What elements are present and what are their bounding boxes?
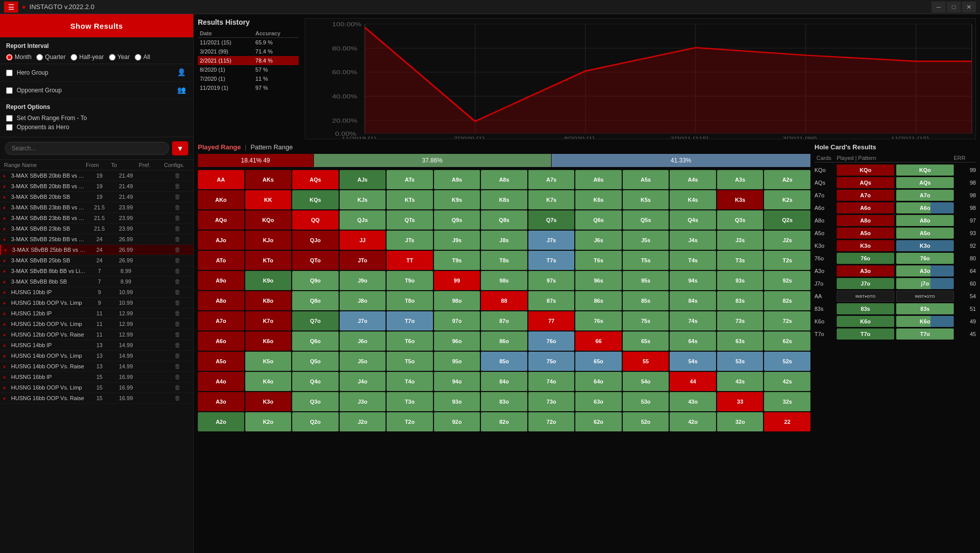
poker-cell[interactable]: Q3s — [717, 210, 764, 230]
show-results-button[interactable]: Show Results — [0, 14, 193, 37]
history-row[interactable]: 7/2020 (1)11 % — [198, 74, 299, 83]
poker-cell[interactable]: K7o — [245, 311, 292, 330]
range-delete-button[interactable]: 🗑 — [165, 204, 190, 211]
poker-cell[interactable]: 92o — [434, 412, 480, 431]
poker-cell[interactable]: 64o — [575, 372, 622, 391]
poker-cell[interactable]: J6s — [575, 231, 622, 250]
poker-cell[interactable]: Q2o — [292, 412, 339, 431]
poker-cell[interactable]: 82s — [764, 291, 810, 310]
poker-cell[interactable]: Q7o — [292, 311, 339, 330]
poker-cell[interactable]: A6s — [575, 170, 622, 189]
poker-cell[interactable]: K5s — [623, 190, 669, 209]
range-delete-button[interactable]: 🗑 — [165, 236, 190, 243]
poker-cell[interactable]: Q9s — [434, 210, 480, 230]
poker-cell[interactable]: 33 — [717, 392, 764, 411]
poker-cell[interactable]: A5o — [198, 352, 244, 371]
history-row[interactable]: 11/2021 (15)65.9 % — [198, 38, 299, 47]
poker-cell[interactable]: 76s — [575, 311, 622, 330]
poker-cell[interactable]: JJ — [340, 231, 386, 250]
poker-cell[interactable]: Q8o — [292, 291, 339, 310]
poker-cell[interactable]: KJs — [340, 190, 386, 209]
poker-cell[interactable]: 65s — [623, 331, 669, 351]
poker-cell[interactable]: K2s — [764, 190, 810, 209]
poker-cell[interactable]: J2s — [764, 231, 810, 250]
poker-cell[interactable]: Q6o — [292, 331, 339, 351]
history-row[interactable]: 11/2019 (1)97 % — [198, 83, 299, 92]
poker-cell[interactable]: 96s — [575, 271, 622, 290]
poker-cell[interactable]: A6o — [198, 331, 244, 351]
poker-cell[interactable]: Q7s — [528, 210, 575, 230]
poker-cell[interactable]: 85s — [623, 291, 669, 310]
poker-cell[interactable]: 83o — [481, 392, 527, 411]
poker-cell[interactable]: 99 — [434, 271, 480, 290]
poker-cell[interactable]: Q4o — [292, 372, 339, 391]
poker-cell[interactable]: T5s — [623, 251, 669, 270]
radio-halfyear[interactable]: Half-year — [71, 53, 104, 61]
poker-cell[interactable]: J5s — [623, 231, 669, 250]
range-delete-button[interactable]: 🗑 — [165, 299, 190, 306]
range-item[interactable]: ♦ 3-MAX SBvBB 8bb BB vs Limp 7 8.99 🗑 — [0, 266, 193, 276]
range-item[interactable]: ♦ 3-MAX SBvBB 8bb SB 7 8.99 🗑 — [0, 276, 193, 287]
poker-cell[interactable]: 75o — [528, 352, 575, 371]
close-button[interactable]: ✕ — [962, 2, 976, 13]
opponent-group-checkbox[interactable] — [6, 87, 13, 94]
poker-cell[interactable]: K3o — [245, 392, 292, 411]
poker-cell[interactable]: T8s — [481, 251, 527, 270]
poker-cell[interactable]: T4s — [670, 251, 716, 270]
range-item[interactable]: ♦ HUSNG 16bb OOP Vs. Limp 15 16.99 🗑 — [0, 382, 193, 393]
poker-cell[interactable]: 87s — [528, 291, 575, 310]
poker-cell[interactable]: T2s — [764, 251, 810, 270]
poker-cell[interactable]: 66 — [575, 331, 622, 351]
poker-cell[interactable]: K8s — [481, 190, 527, 209]
poker-cell[interactable]: T6o — [387, 331, 433, 351]
poker-cell[interactable]: 88 — [481, 291, 527, 310]
poker-cell[interactable]: AA — [198, 170, 244, 189]
poker-cell[interactable]: T3o — [387, 392, 433, 411]
range-delete-button[interactable]: 🗑 — [165, 373, 190, 380]
filter-button[interactable]: ▼ — [172, 141, 188, 155]
poker-cell[interactable]: 55 — [623, 352, 669, 371]
range-item[interactable]: ♦ 3-MAX SBvBB 25bb BB vs Raise 24 26.99 … — [0, 245, 193, 255]
range-delete-button[interactable]: 🗑 — [165, 384, 190, 391]
poker-cell[interactable]: 63o — [575, 392, 622, 411]
range-delete-button[interactable]: 🗑 — [165, 352, 190, 359]
poker-cell[interactable]: 84s — [670, 291, 716, 310]
range-delete-button[interactable]: 🗑 — [165, 225, 190, 232]
poker-cell[interactable]: T8o — [387, 291, 433, 310]
poker-cell[interactable]: KQs — [292, 190, 339, 209]
poker-cell[interactable]: T5o — [387, 352, 433, 371]
minimize-button[interactable]: ─ — [932, 2, 946, 13]
poker-cell[interactable]: 74o — [528, 372, 575, 391]
poker-cell[interactable]: 53s — [717, 352, 764, 371]
poker-cell[interactable]: J6o — [340, 331, 386, 351]
range-item[interactable]: ♦ HUSNG 12bb OOP Vs. Limp 11 12.99 🗑 — [0, 319, 193, 329]
poker-cell[interactable]: K4o — [245, 372, 292, 391]
poker-cell[interactable]: T7o — [387, 311, 433, 330]
poker-cell[interactable]: 93s — [717, 271, 764, 290]
poker-cell[interactable]: 43s — [717, 372, 764, 391]
poker-cell[interactable]: J4o — [340, 372, 386, 391]
range-item[interactable]: ♦ 3-MAX SBvBB 20bb BB vs Limp 19 21.49 🗑 — [0, 171, 193, 181]
poker-cell[interactable]: TT — [387, 251, 433, 270]
range-item[interactable]: ♦ HUSNG 16bb OOP Vs. Raise 15 16.99 🗑 — [0, 393, 193, 404]
poker-cell[interactable]: J8o — [340, 291, 386, 310]
poker-cell[interactable]: 86s — [575, 291, 622, 310]
poker-cell[interactable]: KTs — [387, 190, 433, 209]
hero-group-icon[interactable]: 👤 — [177, 68, 187, 77]
poker-cell[interactable]: KJo — [245, 231, 292, 250]
radio-year[interactable]: Year — [109, 53, 130, 61]
poker-cell[interactable]: 62s — [764, 331, 810, 351]
poker-cell[interactable]: Q2s — [764, 210, 810, 230]
range-item[interactable]: ♦ HUSNG 14bb IP 13 14.99 🗑 — [0, 340, 193, 351]
poker-cell[interactable]: QJs — [340, 210, 386, 230]
poker-cell[interactable]: T9o — [387, 271, 433, 290]
poker-cell[interactable]: J4s — [670, 231, 716, 250]
poker-cell[interactable]: QTs — [387, 210, 433, 230]
poker-cell[interactable]: 73o — [528, 392, 575, 411]
poker-cell[interactable]: K6s — [575, 190, 622, 209]
poker-cell[interactable]: JTo — [340, 251, 386, 270]
range-delete-button[interactable]: 🗑 — [165, 183, 190, 190]
poker-cell[interactable]: 72s — [764, 311, 810, 330]
poker-cell[interactable]: K9o — [245, 271, 292, 290]
poker-cell[interactable]: 62o — [575, 412, 622, 431]
